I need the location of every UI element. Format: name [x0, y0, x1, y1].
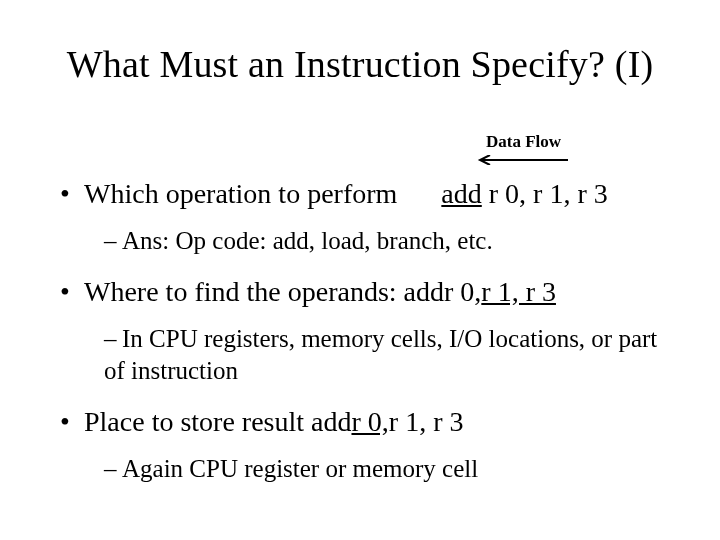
- bullet-1-text: Which operation to perform: [84, 176, 397, 211]
- bullet-1-sub: –Ans: Op code: add, load, branch, etc.: [104, 225, 670, 258]
- data-flow-label: Data Flow: [486, 132, 561, 152]
- bullet-1-expr-rest: r 0, r 1, r 3: [482, 178, 608, 209]
- sub-dash: –: [104, 453, 122, 486]
- bullet-1-op: add: [441, 178, 481, 209]
- sub-dash: –: [104, 323, 122, 356]
- bullet-1: • Which operation to perform add r 0, r …: [60, 176, 670, 211]
- bullet-1-sub-text: Ans: Op code: add, load, branch, etc.: [122, 227, 493, 254]
- bullet-3-sub-text: Again CPU register or memory cell: [122, 455, 478, 482]
- bullet-3: • Place to store result add r 0, r 1, r …: [60, 404, 670, 439]
- bullet-list: • Which operation to perform add r 0, r …: [60, 176, 670, 485]
- bullet-3-text-a: Place to store result add: [84, 404, 351, 439]
- bullet-3-text-c: r 1, r 3: [389, 404, 464, 439]
- bullet-dot: •: [60, 176, 84, 211]
- bullet-2-text-a: Where to find the operands: add: [84, 274, 444, 309]
- bullet-3-sub: –Again CPU register or memory cell: [104, 453, 670, 486]
- bullet-2-text-c: r 1, r 3: [481, 274, 556, 309]
- data-flow-arrow-icon: [474, 155, 570, 157]
- bullet-1-expression: add r 0, r 1, r 3: [441, 176, 607, 211]
- bullet-2-text-b: r 0,: [444, 274, 481, 309]
- bullet-2-sub: –In CPU registers, memory cells, I/O loc…: [104, 323, 670, 388]
- slide-title: What Must an Instruction Specify? (I): [0, 42, 720, 86]
- sub-dash: –: [104, 225, 122, 258]
- bullet-2-sub-text: In CPU registers, memory cells, I/O loca…: [104, 325, 657, 385]
- bullet-dot: •: [60, 404, 84, 439]
- bullet-dot: •: [60, 274, 84, 309]
- bullet-2: • Where to find the operands: add r 0, r…: [60, 274, 670, 309]
- bullet-3-text-b: r 0,: [351, 404, 388, 439]
